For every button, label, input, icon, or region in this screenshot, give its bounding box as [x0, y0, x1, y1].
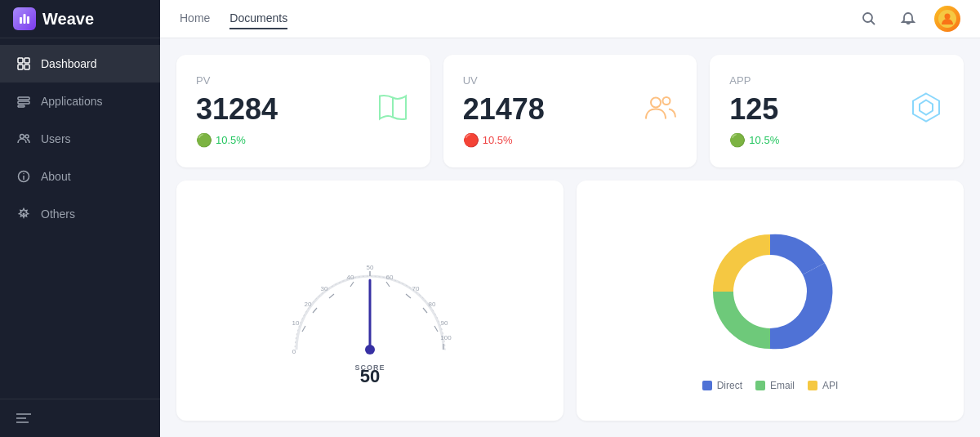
stat-app-change: 🟢 10.5%: [729, 132, 944, 148]
logo-icon: [13, 7, 36, 30]
gauge-wrapper: 10 20 30 40 50: [272, 219, 468, 382]
gauge-svg: 10 20 30 40 50: [272, 219, 468, 382]
app-up-arrow: 🟢: [729, 132, 746, 148]
stat-pv-change: 🟢 10.5%: [196, 132, 411, 148]
donut-svg: [688, 210, 852, 373]
uv-change-value: 10.5%: [483, 134, 513, 146]
svg-point-24: [651, 97, 661, 107]
header-actions: [856, 6, 960, 32]
main: Home Documents: [160, 0, 980, 437]
svg-line-42: [423, 308, 427, 313]
svg-line-34: [350, 282, 354, 287]
sidebar-item-applications[interactable]: Applications: [0, 82, 160, 120]
sidebar-item-about[interactable]: About: [0, 158, 160, 195]
svg-text:40: 40: [347, 274, 354, 281]
svg-text:70: 70: [412, 285, 420, 292]
svg-text:90: 90: [441, 319, 448, 327]
header-nav-home[interactable]: Home: [180, 8, 210, 29]
menu-icon[interactable]: [16, 411, 31, 426]
stat-uv-label: UV: [463, 74, 678, 87]
stats-row: PV 31284 🟢 10.5% UV 21478: [176, 55, 964, 167]
sidebar-item-others-label: Others: [41, 207, 75, 221]
stat-app-label: APP: [729, 74, 944, 87]
svg-point-53: [733, 255, 807, 328]
svg-rect-8: [18, 101, 29, 104]
svg-rect-3: [18, 58, 23, 63]
svg-rect-0: [20, 17, 22, 24]
sidebar-item-applications-label: Applications: [41, 95, 103, 108]
svg-rect-1: [24, 14, 26, 24]
notification-icon[interactable]: [895, 6, 921, 32]
legend-email-dot: [755, 381, 765, 390]
about-icon: [16, 169, 31, 184]
stat-pv-label: PV: [196, 74, 411, 87]
svg-point-22: [945, 14, 951, 20]
app-icon: [908, 89, 944, 132]
svg-marker-26: [913, 93, 939, 121]
header: Home Documents: [160, 0, 980, 38]
pv-change-value: 10.5%: [216, 134, 246, 146]
dashboard-icon: [16, 56, 31, 71]
svg-line-20: [871, 21, 875, 25]
svg-point-14: [23, 173, 24, 174]
svg-text:50: 50: [360, 366, 380, 382]
sidebar-item-about-label: About: [41, 170, 71, 183]
svg-point-11: [25, 135, 29, 138]
svg-point-10: [20, 135, 24, 139]
user-avatar[interactable]: [934, 6, 960, 32]
svg-rect-9: [18, 105, 24, 107]
svg-line-44: [434, 326, 438, 332]
svg-point-19: [863, 13, 872, 22]
stat-card-pv: PV 31284 🟢 10.5%: [176, 55, 430, 167]
pv-icon: [375, 89, 411, 132]
svg-text:100: 100: [440, 334, 452, 341]
svg-text:50: 50: [367, 264, 374, 271]
svg-rect-2: [27, 16, 29, 24]
sidebar-nav: Dashboard Applications User: [0, 38, 160, 399]
app-logo[interactable]: Weave: [0, 0, 160, 38]
legend-email: Email: [755, 380, 795, 391]
sidebar-item-dashboard[interactable]: Dashboard: [0, 45, 160, 82]
others-icon: [16, 207, 31, 221]
header-nav: Home Documents: [180, 8, 836, 29]
svg-text:80: 80: [429, 301, 436, 308]
legend-direct-dot: [702, 381, 712, 390]
dashboard-content: PV 31284 🟢 10.5% UV 21478: [160, 38, 980, 437]
sidebar: Weave Dashboard Applicatio: [0, 0, 160, 437]
svg-text:30: 30: [321, 285, 328, 292]
svg-line-32: [329, 294, 334, 298]
svg-rect-5: [18, 65, 23, 69]
stat-card-uv: UV 21478 🔴 10.5%: [443, 55, 697, 167]
legend-direct: Direct: [702, 380, 742, 391]
gauge-chart-card: 10 20 30 40 50: [176, 181, 564, 421]
sidebar-item-dashboard-label: Dashboard: [41, 57, 97, 70]
users-icon: [16, 132, 31, 146]
legend-api-dot: [808, 381, 817, 390]
search-icon[interactable]: [856, 6, 882, 32]
sidebar-item-users[interactable]: Users: [0, 120, 160, 158]
svg-line-40: [406, 294, 411, 298]
svg-rect-4: [24, 58, 29, 63]
donut-wrapper: [688, 210, 852, 373]
svg-text:0: 0: [292, 348, 296, 355]
stat-uv-change: 🔴 10.5%: [463, 132, 678, 148]
sidebar-item-users-label: Users: [41, 132, 71, 145]
charts-row: 10 20 30 40 50: [176, 181, 964, 421]
svg-rect-7: [18, 97, 29, 100]
svg-line-38: [386, 282, 390, 287]
uv-down-arrow: 🔴: [463, 132, 479, 148]
legend-email-label: Email: [770, 380, 795, 391]
pv-up-arrow: 🟢: [196, 132, 212, 148]
svg-point-25: [663, 97, 670, 105]
svg-rect-6: [24, 65, 29, 69]
svg-text:10: 10: [292, 319, 300, 327]
legend-api: API: [808, 380, 838, 391]
svg-line-28: [302, 326, 305, 332]
app-change-value: 10.5%: [749, 134, 779, 146]
legend-direct-label: Direct: [717, 380, 742, 391]
donut-chart-card: Direct Email API: [577, 181, 964, 421]
svg-line-30: [313, 308, 317, 313]
sidebar-item-others[interactable]: Others: [0, 195, 160, 233]
applications-icon: [16, 94, 31, 109]
header-nav-documents[interactable]: Documents: [229, 8, 287, 29]
